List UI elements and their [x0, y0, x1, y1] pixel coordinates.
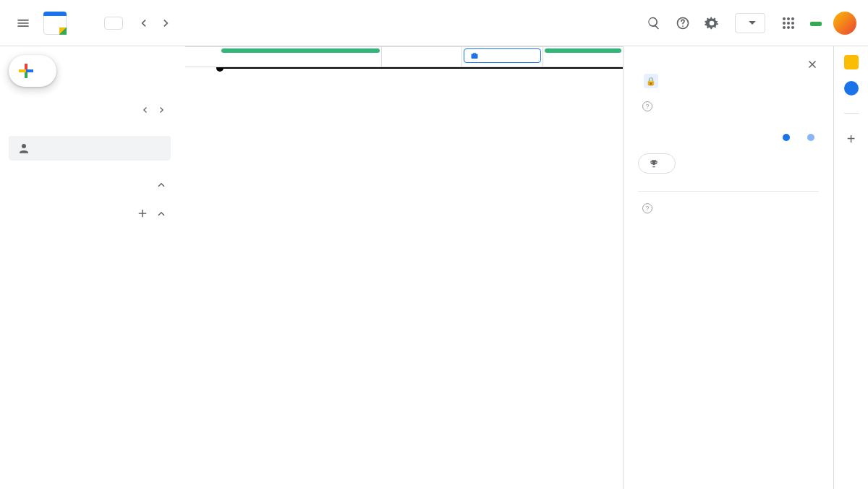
org-brand: [809, 18, 822, 27]
apps-grid-icon: [782, 17, 795, 30]
create-button[interactable]: [9, 55, 56, 87]
svg-point-8: [783, 26, 786, 29]
help-icon: [676, 16, 690, 30]
settings-button[interactable]: [697, 9, 726, 38]
help-icon[interactable]: ?: [642, 101, 652, 111]
lock-icon: 🔒: [644, 74, 658, 88]
breakdown-bar: [638, 222, 819, 232]
allday-event[interactable]: [545, 48, 621, 53]
time-insights-panel: 🔒 ?: [624, 46, 833, 489]
apps-button[interactable]: [774, 9, 803, 38]
trophy-icon: [649, 158, 659, 169]
rail-divider: [844, 113, 859, 114]
close-insights-button[interactable]: [806, 58, 819, 71]
help-icon[interactable]: ?: [642, 203, 652, 213]
get-addons-button[interactable]: +: [847, 131, 856, 148]
calendar-main: [185, 46, 624, 489]
meetings-legend: [638, 132, 819, 142]
time-in-meetings-header: ?: [638, 101, 819, 111]
set-goal-button[interactable]: [638, 153, 676, 174]
chevron-left-icon: [136, 16, 150, 30]
allday-event[interactable]: [221, 48, 380, 53]
search-button[interactable]: [639, 9, 668, 38]
gear-icon: [705, 16, 719, 30]
people-icon: [17, 142, 30, 155]
view-selector[interactable]: [735, 13, 765, 33]
prev-week-button[interactable]: [132, 12, 155, 35]
svg-point-4: [791, 17, 794, 20]
today-button[interactable]: [104, 17, 123, 30]
support-button[interactable]: [668, 9, 697, 38]
svg-point-1: [682, 25, 684, 27]
mini-cal-prev[interactable]: [136, 101, 153, 119]
next-week-button[interactable]: [155, 12, 178, 35]
chevron-up-icon: [155, 178, 168, 191]
other-calendars-toggle[interactable]: [9, 204, 171, 223]
account-avatar[interactable]: [833, 12, 856, 35]
svg-point-7: [791, 22, 794, 25]
calendar-logo: [41, 9, 69, 38]
allday-event[interactable]: [464, 48, 540, 63]
svg-point-6: [787, 22, 790, 25]
search-people-input[interactable]: [9, 136, 171, 161]
search-icon: [647, 16, 661, 30]
mini-cal-next[interactable]: [153, 101, 171, 119]
svg-point-9: [787, 26, 790, 29]
time-breakdown-header: ?: [638, 203, 819, 213]
svg-point-5: [783, 22, 786, 25]
svg-point-3: [787, 17, 790, 20]
chevron-left-icon: [139, 104, 150, 116]
allday-row[interactable]: [185, 47, 623, 67]
chevron-up-icon: [155, 207, 168, 220]
now-indicator: [220, 67, 623, 69]
side-rail: +: [833, 46, 868, 489]
svg-point-10: [791, 26, 794, 29]
time-grid[interactable]: [185, 67, 623, 489]
plus-icon[interactable]: [136, 207, 149, 220]
main-menu-button[interactable]: [6, 6, 41, 41]
hamburger-icon: [16, 16, 30, 30]
chevron-right-icon: [159, 16, 174, 30]
header: [0, 0, 868, 46]
my-calendars-toggle[interactable]: [9, 175, 171, 194]
chevron-right-icon: [156, 104, 168, 116]
tasks-addon-button[interactable]: [844, 81, 859, 95]
plus-icon: [19, 64, 33, 78]
keep-addon-button[interactable]: [844, 55, 859, 69]
briefcase-icon: [470, 51, 479, 60]
close-icon: [806, 58, 819, 71]
svg-point-2: [783, 17, 786, 20]
insights-title: 🔒: [638, 74, 819, 88]
sidebar: [0, 46, 185, 489]
caret-down-icon: [749, 20, 756, 27]
